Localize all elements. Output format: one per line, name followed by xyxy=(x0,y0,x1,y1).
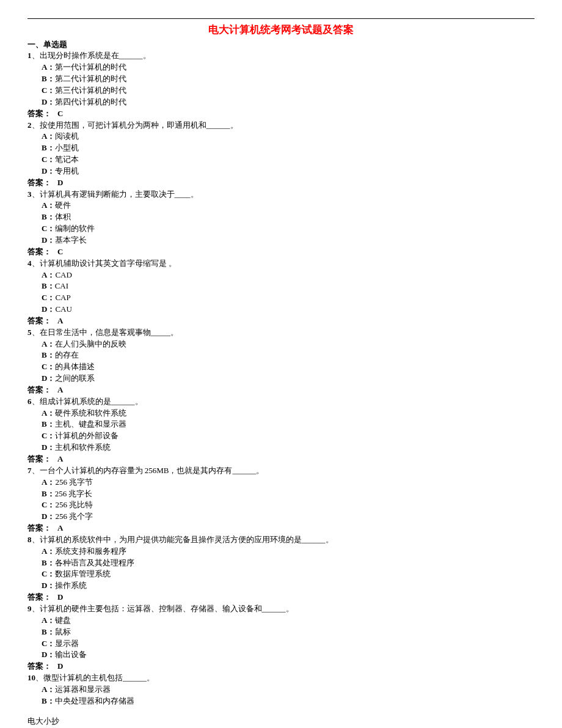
option-line: D：之间的联系 xyxy=(42,373,535,384)
answer-line: 答案：C xyxy=(27,108,535,120)
option-text: 硬件系统和软件系统 xyxy=(55,408,126,417)
option-text: 第一代计算机的时代 xyxy=(55,62,126,72)
answer-value: D xyxy=(51,177,63,189)
option-text: 键盘 xyxy=(55,616,71,625)
question-text: 6、组成计算机系统的是______。 xyxy=(27,396,535,408)
option-text: 中央处理器和内存储器 xyxy=(55,696,134,705)
option-label: A： xyxy=(42,200,55,210)
options-list: A：在人们头脑中的反映B：的存在C：的具体描述D：之间的联系 xyxy=(27,339,535,384)
option-text: 第二代计算机的时代 xyxy=(55,74,126,83)
option-text: CAD xyxy=(55,270,71,279)
option-text: 鼠标 xyxy=(55,627,71,636)
option-text: 输出设备 xyxy=(55,650,87,659)
question-text: 7、一台个人计算机的内存容量为 256MB，也就是其内存有______。 xyxy=(27,465,535,477)
option-text: CAP xyxy=(55,293,70,302)
option-text: 小型机 xyxy=(55,143,79,152)
question-stem: 、在日常生活中，信息是客观事物_____。 xyxy=(32,328,179,337)
option-label: C： xyxy=(42,224,55,233)
question-block: 5、在日常生活中，信息是客观事物_____。A：在人们头脑中的反映B：的存在C：… xyxy=(27,327,535,396)
option-line: A：系统支持和服务程序 xyxy=(42,546,535,557)
answer-value: A xyxy=(51,454,63,465)
option-text: 笔记本 xyxy=(55,155,79,164)
option-line: A：CAD xyxy=(42,270,535,281)
option-text: 体积 xyxy=(55,212,71,221)
question-block: 4、计算机辅助设计其英文首字母缩写是 。A：CADB：CAIC：CAPD：CAU… xyxy=(27,258,535,327)
option-label: A： xyxy=(42,546,55,556)
option-label: C： xyxy=(42,86,55,95)
header-rule xyxy=(27,18,535,19)
option-text: 256 兆比特 xyxy=(55,500,93,509)
option-label: D： xyxy=(42,166,55,175)
option-text: 的存在 xyxy=(55,350,79,359)
question-stem: 、微型计算机的主机包括______。 xyxy=(35,673,155,682)
option-line: A：阅读机 xyxy=(42,131,535,142)
option-line: B：小型机 xyxy=(42,142,535,154)
option-text: 主机、键盘和显示器 xyxy=(55,419,126,428)
option-label: D： xyxy=(42,581,55,590)
option-text: 256 兆字节 xyxy=(55,477,93,487)
footer: 电大小抄 xyxy=(27,716,535,727)
question-block: 3、计算机具有逻辑判断能力，主要取决于____。A：硬件B：体积C：编制的软件D… xyxy=(27,189,535,258)
question-stem: 、计算机具有逻辑判断能力，主要取决于____。 xyxy=(32,189,199,199)
question-text: 8、计算机的系统软件中，为用户提供功能完备且操作灵活方便的应用环境的是_____… xyxy=(27,534,535,546)
option-label: B： xyxy=(42,696,55,705)
option-text: 硬件 xyxy=(55,200,71,210)
answer-value: A xyxy=(51,315,63,327)
option-line: C：编制的软件 xyxy=(42,223,535,235)
question-stem: 、计算机的系统软件中，为用户提供功能完备且操作灵活方便的应用环境的是______… xyxy=(32,535,334,544)
option-text: 第四代计算机的时代 xyxy=(55,97,126,106)
answer-label: 答案： xyxy=(27,454,51,463)
option-line: B：CAI xyxy=(42,281,535,292)
option-text: 主机和软件系统 xyxy=(55,443,111,452)
option-text: 显示器 xyxy=(55,639,79,648)
option-line: A：第一代计算机的时代 xyxy=(42,62,535,73)
answer-label: 答案： xyxy=(27,385,51,394)
question-stem: 、一台个人计算机的内存容量为 256MB，也就是其内存有______。 xyxy=(32,466,265,475)
option-line: A：256 兆字节 xyxy=(42,477,535,488)
option-line: A：在人们头脑中的反映 xyxy=(42,339,535,350)
option-label: A： xyxy=(42,477,55,487)
option-label: C： xyxy=(42,639,55,648)
option-text: 计算机的外部设备 xyxy=(55,431,119,440)
answer-label: 答案： xyxy=(27,523,51,532)
answer-label: 答案： xyxy=(27,592,51,601)
answer-value: C xyxy=(51,108,63,120)
option-text: 各种语言及其处理程序 xyxy=(55,558,134,567)
answer-line: 答案：D xyxy=(27,661,535,672)
option-text: 操作系统 xyxy=(55,581,87,590)
answer-line: 答案：D xyxy=(27,592,535,603)
option-text: CAU xyxy=(55,304,71,314)
answer-label: 答案： xyxy=(27,661,51,671)
option-line: A：键盘 xyxy=(42,615,535,627)
option-text: 数据库管理系统 xyxy=(55,569,111,578)
question-block: 2、按使用范围，可把计算机分为两种，即通用机和______。A：阅读机B：小型机… xyxy=(27,120,535,189)
option-text: 256 兆字长 xyxy=(55,489,93,498)
question-number: 10 xyxy=(27,673,35,682)
option-label: D： xyxy=(42,235,55,245)
question-stem: 、出现分时操作系统是在______。 xyxy=(32,51,151,60)
option-line: B：体积 xyxy=(42,211,535,223)
section-header: 一、单选题 xyxy=(27,39,535,51)
questions-container: 1、出现分时操作系统是在______。A：第一代计算机的时代B：第二代计算机的时… xyxy=(27,50,535,707)
answer-value: C xyxy=(51,246,63,258)
options-list: A：硬件B：体积C：编制的软件D：基本字长 xyxy=(27,200,535,246)
option-label: C： xyxy=(42,362,55,371)
option-line: C：的具体描述 xyxy=(42,361,535,373)
option-text: CAI xyxy=(55,281,68,290)
option-text: 在人们头脑中的反映 xyxy=(55,339,126,348)
option-label: D： xyxy=(42,304,55,314)
option-label: A： xyxy=(42,685,55,694)
option-label: D： xyxy=(42,373,55,383)
options-list: A：256 兆字节B：256 兆字长C：256 兆比特D：256 兆个字 xyxy=(27,477,535,523)
question-text: 5、在日常生活中，信息是客观事物_____。 xyxy=(27,327,535,339)
question-stem: 、计算机辅助设计其英文首字母缩写是 。 xyxy=(32,259,177,268)
question-text: 9、计算机的硬件主要包括：运算器、控制器、存储器、输入设备和______。 xyxy=(27,603,535,615)
option-label: A： xyxy=(42,131,55,141)
option-label: B： xyxy=(42,74,55,83)
option-text: 256 兆个字 xyxy=(55,512,93,521)
answer-line: 答案：A xyxy=(27,384,535,396)
option-label: D： xyxy=(42,512,55,521)
option-line: B：各种语言及其处理程序 xyxy=(42,557,535,569)
options-list: A：第一代计算机的时代B：第二代计算机的时代C：第三代计算机的时代D：第四代计算… xyxy=(27,62,535,108)
option-line: B：256 兆字长 xyxy=(42,488,535,500)
